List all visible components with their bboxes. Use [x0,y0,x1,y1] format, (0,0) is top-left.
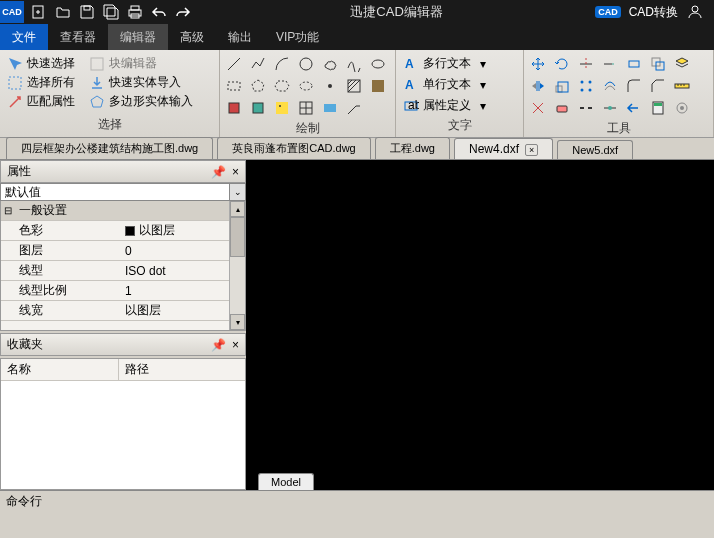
stretch-icon[interactable] [624,54,644,74]
close-icon[interactable]: × [232,165,239,179]
prop-row-lineweight[interactable]: 线宽以图层 [1,301,229,321]
calc-icon[interactable] [648,98,668,118]
polygon-icon[interactable] [248,76,268,96]
text-button[interactable]: A单行文本▾ [400,75,519,94]
menu-editor[interactable]: 编辑器 [108,24,168,50]
tab-doc4[interactable]: New4.dxf× [454,138,553,159]
cad-convert-link[interactable]: CAD转换 [629,4,678,21]
dropdown-icon[interactable]: ▾ [475,56,491,72]
prop-row-ltscale[interactable]: 线型比例1 [1,281,229,301]
ribbon-group-text: 文字 [400,115,519,136]
arc-icon[interactable] [272,54,292,74]
insert-icon[interactable] [248,98,268,118]
quick-select-button[interactable]: 快速选择 [4,54,78,73]
default-combo[interactable]: ⌄ [0,183,246,201]
measure-icon[interactable] [672,76,692,96]
break-icon[interactable] [576,98,596,118]
fav-col-name[interactable]: 名称 [1,359,119,380]
polyline-icon[interactable] [248,54,268,74]
tab-doc3[interactable]: 工程.dwg [375,137,450,159]
combo-dropdown-icon[interactable]: ⌄ [229,184,245,200]
dropdown-icon[interactable]: ▾ [475,77,491,93]
scroll-down-icon[interactable]: ▾ [230,314,245,330]
erase-icon[interactable] [552,98,572,118]
ellipse-icon[interactable] [368,54,388,74]
prop-row-layer[interactable]: 图层0 [1,241,229,261]
explode-icon[interactable] [528,98,548,118]
tab-doc2[interactable]: 英良雨蓬布置图CAD.dwg [217,137,370,159]
mirror-icon[interactable] [528,76,548,96]
extend-icon[interactable] [600,54,620,74]
open-icon[interactable] [54,3,72,21]
quick-import-button[interactable]: 快速实体导入 [86,73,196,92]
save-icon[interactable] [78,3,96,21]
scroll-thumb[interactable] [230,217,245,257]
redo-icon[interactable] [174,3,192,21]
dropdown-icon[interactable]: ▾ [475,98,491,114]
hex-icon[interactable] [272,76,292,96]
prop-row-linetype[interactable]: 线型ISO dot [1,261,229,281]
scale-icon[interactable] [552,76,572,96]
user-icon[interactable] [686,3,704,21]
block-editor-button[interactable]: 块编辑器 [86,54,196,73]
revcloud-icon[interactable] [320,54,340,74]
move-icon[interactable] [528,54,548,74]
model-tab[interactable]: Model [258,473,314,490]
chamfer-icon[interactable] [648,76,668,96]
hatch-icon[interactable] [344,76,364,96]
menu-vip[interactable]: VIP功能 [264,24,331,50]
spline-icon[interactable] [344,54,364,74]
rotate-icon[interactable] [552,54,572,74]
command-line[interactable]: 命令行 [0,490,714,512]
scroll-up-icon[interactable]: ▴ [230,201,245,217]
fillet-icon[interactable] [624,76,644,96]
layer-icon[interactable] [672,54,692,74]
undo-icon[interactable] [150,3,168,21]
fav-col-path[interactable]: 路径 [119,359,155,380]
block-icon[interactable] [224,98,244,118]
mtext-button[interactable]: A多行文本▾ [400,54,519,73]
match-prop-button[interactable]: 匹配属性 [4,92,78,111]
props-scrollbar[interactable]: ▴ ▾ [229,201,245,330]
attrdef-button[interactable]: ab属性定义▾ [400,96,519,115]
menu-file[interactable]: 文件 [0,24,48,50]
viewport-icon[interactable] [320,98,340,118]
saveall-icon[interactable] [102,3,120,21]
drawing-canvas[interactable]: Model [246,160,714,490]
ellipse2-icon[interactable] [296,76,316,96]
tool-icon[interactable] [672,98,692,118]
prop-row-color[interactable]: 色彩以图层 [1,221,229,241]
trim-icon[interactable] [576,54,596,74]
app-logo[interactable]: CAD [0,1,24,23]
point-icon[interactable] [320,76,340,96]
undo2-icon[interactable] [624,98,644,118]
tab-doc1[interactable]: 四层框架办公楼建筑结构施工图.dwg [6,137,213,159]
rect-icon[interactable] [224,76,244,96]
join-icon[interactable] [600,98,620,118]
leader-icon[interactable] [344,98,364,118]
new-icon[interactable] [30,3,48,21]
copy-icon[interactable] [648,54,668,74]
array-icon[interactable] [576,76,596,96]
circle-icon[interactable] [296,54,316,74]
table-icon[interactable] [296,98,316,118]
prop-group-general[interactable]: ⊟一般设置 [1,201,229,221]
pin-icon[interactable]: 📌 [211,338,226,352]
menu-viewer[interactable]: 查看器 [48,24,108,50]
menu-output[interactable]: 输出 [216,24,264,50]
svg-point-47 [581,89,584,92]
line-icon[interactable] [224,54,244,74]
tab-close-icon[interactable]: × [525,144,538,156]
offset-icon[interactable] [600,76,620,96]
close-icon[interactable]: × [232,338,239,352]
gradient-icon[interactable] [368,76,388,96]
default-input[interactable] [1,184,229,200]
menu-advanced[interactable]: 高级 [168,24,216,50]
print-icon[interactable] [126,3,144,21]
polygon-input-button[interactable]: 多边形实体输入 [86,92,196,111]
image-icon[interactable] [272,98,292,118]
select-all-button[interactable]: 选择所有 [4,73,78,92]
pin-icon[interactable]: 📌 [211,165,226,179]
svg-rect-23 [372,80,384,92]
tab-doc5[interactable]: New5.dxf [557,140,633,159]
